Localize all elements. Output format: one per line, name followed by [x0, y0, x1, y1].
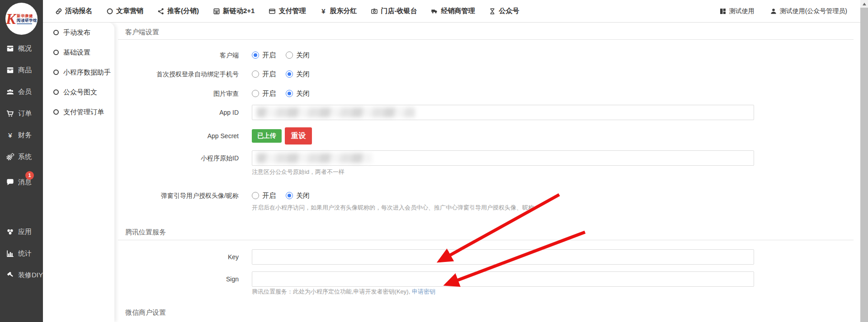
submenu-item[interactable]: 手动发布	[43, 23, 114, 42]
circle-bullet-icon	[53, 109, 59, 115]
field-label: Sign	[114, 271, 239, 287]
store-icon	[371, 8, 378, 15]
submenu-item[interactable]: 公众号图文	[43, 82, 114, 102]
field-label: 客户端	[114, 50, 239, 61]
sidebar-item-box-1[interactable]: 商品	[0, 59, 43, 81]
sidebar-item-yen-4[interactable]: ¥财务	[0, 124, 43, 146]
sidebar-item-cart-3[interactable]: 订单	[0, 103, 43, 124]
box-icon	[6, 44, 14, 53]
topnav-item[interactable]: 公众号	[489, 7, 519, 15]
topnav-item[interactable]: 门店-收银台	[371, 7, 417, 15]
topnav-item[interactable]: 经销商管理	[431, 7, 475, 15]
radio-option-label[interactable]: 开启	[262, 51, 276, 60]
chain-grid-icon	[213, 8, 220, 15]
submenu-item-label: 公众号图文	[63, 88, 97, 97]
sidebar-item-label: 概况	[18, 44, 32, 53]
field-note-text: 腾讯位置服务：此处为小程序定位功能,申请开发者密钥(Key),	[252, 288, 412, 295]
topnav-item-label: 门店-收银台	[381, 7, 417, 15]
sidebar-item-apps-0[interactable]: 应用	[0, 221, 43, 243]
radio-option-label[interactable]: 开启	[262, 191, 276, 200]
radio-option-label[interactable]: 关闭	[296, 70, 310, 79]
field-control: 开启关闭	[252, 190, 320, 201]
sidebar-item-label: 应用	[18, 228, 32, 236]
sidebar-item-box-0[interactable]: 概况	[0, 37, 43, 59]
apps-icon	[6, 228, 14, 236]
field-label: 小程序原始ID	[114, 150, 239, 166]
circle-bullet-icon	[53, 30, 59, 35]
radio-unchecked-option1[interactable]	[286, 51, 293, 59]
radio-option-label[interactable]: 关闭	[296, 51, 310, 60]
circle-bullet-icon	[53, 89, 59, 95]
field-control: 开启关闭	[252, 69, 320, 79]
comment-icon	[6, 178, 14, 187]
reset-button[interactable]: 重设	[285, 127, 312, 145]
topnav-item[interactable]: 文章营销	[106, 7, 143, 15]
topnav-item[interactable]: ¥股东分红	[320, 7, 357, 15]
section-title: 微信商户设置	[125, 308, 166, 317]
radio-option-label[interactable]: 关闭	[296, 89, 310, 98]
logo-text: 新华康健 阅读研学馆	[17, 14, 37, 25]
sidebar-item-label: 统计	[18, 249, 32, 258]
field-label: Key	[114, 249, 239, 265]
field-control	[252, 105, 754, 120]
submenu-item[interactable]: 小程序数据助手	[43, 62, 114, 82]
app-secret-row: App Secret已上传重设	[114, 127, 312, 145]
scrollbar[interactable]	[860, 0, 868, 322]
field-note: 开启后在小程序访问，如果用户没有头像昵称的，每次进入会员中心、推广中心弹窗引导用…	[252, 204, 534, 212]
logo-tagline-bar	[17, 23, 32, 24]
original-id-input[interactable]	[252, 150, 754, 166]
radio-option-label[interactable]: 开启	[262, 70, 276, 79]
yen-icon: ¥	[6, 131, 14, 140]
field-label: App Secret	[114, 127, 239, 145]
topnav-item[interactable]: 支付管理	[269, 7, 306, 15]
brand-logo: K 新华康健 阅读研学馆	[5, 3, 38, 35]
field-control: 开启关闭	[252, 88, 320, 99]
topnav-item[interactable]: 活动报名	[55, 7, 92, 15]
radio-option-label[interactable]: 关闭	[296, 191, 310, 200]
sidebar-item-gears-5[interactable]: 系统	[0, 146, 43, 168]
user-icon	[770, 8, 777, 15]
submenu-item[interactable]: 基础设置	[43, 42, 114, 62]
sidebar-item-users-2[interactable]: 会员	[0, 81, 43, 103]
section-title: 客户端设置	[125, 28, 159, 37]
bind-phone-radio-row: 首次授权登录自动绑定手机号开启关闭	[114, 69, 320, 79]
yen-icon-glyph: ¥	[321, 8, 325, 14]
apply-key-link[interactable]: 申请密钥	[412, 288, 435, 295]
submenu-item[interactable]: 支付管理订单	[43, 102, 114, 122]
radio-checked-option0[interactable]	[252, 51, 259, 59]
top-bar-right: 测试使用测试使用(公众号管理员)	[719, 7, 868, 15]
topbar-right-item[interactable]: 测试使用(公众号管理员)	[770, 7, 847, 15]
topnav-item[interactable]: 新链动2+1	[213, 7, 255, 15]
topnav-item-label: 推客(分销)	[167, 7, 199, 15]
sidebar-item-label: 会员	[18, 88, 32, 96]
sidebar-item-chart-1[interactable]: 统计	[0, 243, 43, 264]
app-id-row: App ID	[114, 105, 754, 120]
circle-bullet-icon	[53, 70, 59, 75]
sidebar-item-comment-6[interactable]: 消息1	[0, 171, 43, 193]
scrollbar-up-arrow-icon[interactable]	[860, 0, 868, 8]
sidebar-item-label: 订单	[18, 109, 32, 118]
sidebar-item-gavel-2[interactable]: 装修DIY	[0, 264, 43, 286]
primary-sidebar: K 新华康健 阅读研学馆 概况商品会员订单¥财务系统消息1 应用统计装修DIY	[0, 0, 43, 322]
sidebar-item-label: 商品	[18, 66, 32, 75]
radio-checked-option1[interactable]	[286, 90, 293, 97]
field-label: 弹窗引导用户授权头像/昵称	[114, 190, 239, 201]
app-id-input[interactable]	[252, 105, 754, 120]
client-radio-row: 客户端开启关闭	[114, 50, 320, 61]
radio-unchecked-option0[interactable]	[252, 70, 259, 78]
radio-option-label[interactable]: 开启	[262, 89, 276, 98]
key-input[interactable]	[252, 249, 754, 265]
submenu-item-label: 基础设置	[63, 48, 90, 57]
radio-checked-option1[interactable]	[286, 192, 293, 199]
topnav-item[interactable]: 推客(分销)	[157, 7, 199, 15]
scrollbar-thumb[interactable]	[860, 8, 868, 322]
sign-input[interactable]	[252, 271, 754, 287]
radio-checked-option1[interactable]	[286, 70, 293, 78]
radio-unchecked-option0[interactable]	[252, 90, 259, 97]
image-review-radio-row: 图片审查开启关闭	[114, 88, 320, 99]
topnav-item-label: 公众号	[499, 7, 519, 15]
topbar-right-item[interactable]: 测试使用	[719, 7, 755, 15]
uploaded-button[interactable]: 已上传	[252, 129, 282, 143]
radio-unchecked-option0[interactable]	[252, 192, 259, 199]
circle-bullet-icon	[53, 50, 59, 55]
